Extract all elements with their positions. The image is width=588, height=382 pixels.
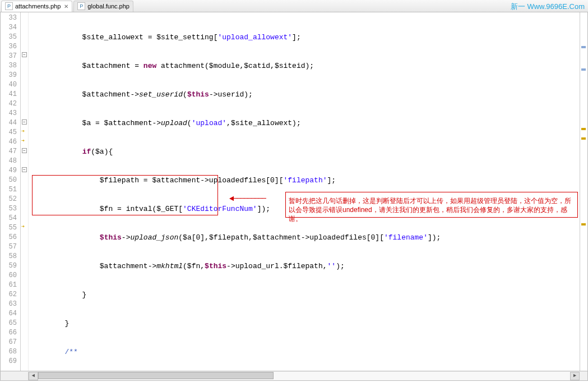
line-number: 36	[1, 42, 20, 52]
arrow-icon: ◄─────────	[229, 194, 265, 204]
tab-active[interactable]: P attachments.php ✕	[1, 1, 72, 12]
line-number: 57	[1, 242, 20, 252]
scroll-left-button[interactable]: ◄	[29, 372, 38, 380]
line-number: 48	[1, 157, 20, 166]
line-number: 42	[1, 99, 20, 109]
line-number: 50	[1, 176, 20, 185]
watermark: 新一 Www.9696E.Com	[511, 2, 585, 12]
line-number: 61	[1, 280, 20, 290]
overview-ruler[interactable]	[580, 12, 587, 371]
line-number: 60	[1, 271, 20, 280]
close-icon[interactable]: ✕	[64, 3, 68, 10]
overview-mark	[581, 128, 586, 130]
line-number: 67	[1, 338, 20, 347]
editor: 3334353637383940414243444546474849505152…	[0, 12, 588, 371]
line-number: 44	[1, 118, 20, 128]
line-number: 62	[1, 290, 20, 300]
tab-bar: P attachments.php ✕ P global.func.php 新一…	[0, 0, 588, 12]
line-number: 38	[1, 61, 20, 71]
line-number: 49	[1, 166, 20, 176]
line-number: 47	[1, 147, 20, 157]
line-number: 52	[1, 195, 20, 204]
line-number: 53	[1, 204, 20, 214]
line-number: 56	[1, 233, 20, 242]
tab-inactive[interactable]: P global.func.php	[73, 1, 133, 12]
scroll-spacer	[1, 372, 29, 380]
line-number-gutter: 3334353637383940414243444546474849505152…	[1, 12, 21, 371]
line-number: 59	[1, 261, 20, 271]
line-number: 43	[1, 109, 20, 118]
fold-toggle[interactable]: −	[22, 148, 27, 153]
change-marker-icon: ➔	[21, 223, 25, 230]
line-number: 46	[1, 137, 20, 147]
annotation-box-left	[32, 175, 218, 215]
tab-label: attachments.php	[15, 3, 61, 10]
overview-mark	[581, 46, 586, 48]
fold-toggle[interactable]: −	[22, 119, 27, 125]
scroll-right-button[interactable]: ►	[570, 372, 580, 380]
line-number: 40	[1, 80, 20, 90]
line-number: 45	[1, 128, 20, 137]
line-number: 33	[1, 13, 20, 23]
line-number: 39	[1, 71, 20, 80]
fold-toggle[interactable]: −	[22, 167, 27, 172]
overview-mark	[581, 68, 586, 71]
line-number: 58	[1, 252, 20, 261]
line-number: 34	[1, 23, 20, 33]
line-number: 66	[1, 328, 20, 338]
code-area[interactable]: $site_allowext = $site_setting['upload_a…	[29, 12, 580, 371]
change-marker-icon: ➔	[21, 137, 25, 144]
line-number: 35	[1, 33, 20, 42]
scroll-thumb[interactable]	[38, 372, 274, 379]
line-number: 55	[1, 223, 20, 233]
line-number: 63	[1, 300, 20, 309]
horizontal-scrollbar[interactable]: ◄ ►	[0, 371, 588, 381]
fold-toggle[interactable]: −	[22, 52, 27, 57]
line-number: 41	[1, 90, 20, 99]
line-number: 69	[1, 357, 20, 366]
overview-mark	[581, 223, 586, 225]
line-number: 51	[1, 185, 20, 195]
line-number: 68	[1, 347, 20, 357]
change-marker-icon: ➔	[21, 128, 25, 135]
fold-marker-strip: − ➔ ➔ − − − ➔	[21, 12, 29, 371]
tab-label: global.func.php	[87, 3, 129, 10]
line-number: 65	[1, 319, 20, 328]
annotation-text: 暂时先把这几句话删掉，这是判断登陆后才可以上传，如果用超级管理员登陆，这个值为空…	[289, 196, 575, 223]
scroll-track[interactable]	[38, 372, 570, 380]
php-file-icon: P	[77, 2, 85, 10]
line-number: 37	[1, 52, 20, 61]
overview-mark	[581, 137, 586, 140]
php-file-icon: P	[5, 2, 13, 10]
line-number: 64	[1, 309, 20, 319]
line-number: 54	[1, 214, 20, 223]
